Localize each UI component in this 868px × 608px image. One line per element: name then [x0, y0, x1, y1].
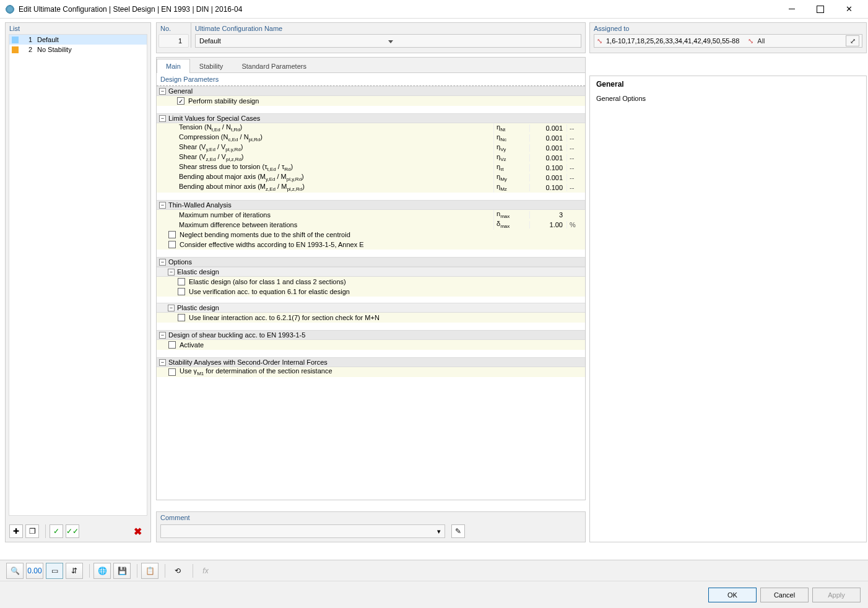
design-parameters-area: Design Parameters − General Perform stab…: [156, 73, 586, 500]
section-thin-walled[interactable]: − Thin-Walled Analysis: [157, 200, 585, 210]
limit-row[interactable]: Shear (Vy,Ed / Vpl,y,Rd)ηVy0.001--: [157, 143, 585, 153]
checkbox[interactable]: [168, 231, 176, 238]
color-swatch: [12, 46, 19, 53]
section-limit-values[interactable]: − Limit Values for Special Cases: [157, 113, 585, 123]
search-toolbar-button[interactable]: 🔍: [6, 563, 24, 579]
tab-main[interactable]: Main: [157, 59, 190, 73]
checkbox[interactable]: [178, 314, 185, 321]
perform-stability-checkbox[interactable]: [177, 97, 184, 105]
comment-panel: Comment ▾ ✎: [156, 511, 586, 542]
option-check-row[interactable]: Use linear interaction acc. to 6.2.1(7) …: [157, 313, 585, 323]
collapse-icon[interactable]: −: [159, 202, 166, 209]
thin-check-row[interactable]: Consider effective widths according to E…: [157, 240, 585, 250]
config-name-combo[interactable]: Default: [195, 34, 581, 48]
use-gamma-m1-checkbox[interactable]: [168, 368, 176, 376]
section-general[interactable]: − General: [157, 86, 585, 96]
dialog-footer: OK Cancel Apply: [0, 581, 868, 608]
assigned-to-field[interactable]: ⤡ 1,6-10,17,18,25,26,33,34,41,42,49,50,5…: [594, 34, 862, 48]
thin-row[interactable]: Maximum number of iterationsnmax3: [157, 210, 585, 220]
assigned-to-value: 1,6-10,17,18,25,26,33,34,41,42,49,50,55-…: [606, 37, 739, 45]
config-list[interactable]: 1Default2No Stability: [9, 34, 147, 516]
new-button[interactable]: ✚: [9, 524, 23, 538]
app-icon: [5, 4, 15, 14]
section-options-label: Options: [168, 258, 192, 266]
check-all-button[interactable]: ✓✓: [66, 524, 79, 538]
section-plastic-label: Plastic design: [177, 304, 219, 311]
maximize-button[interactable]: [806, 0, 835, 19]
config-name-label: Ultimate Configuration Name: [191, 23, 585, 34]
limit-row[interactable]: Compression (Nc,Ed / Npl,Rd)ηNc0.001--: [157, 133, 585, 143]
limit-row[interactable]: Bending about minor axis (Mz,Ed / Mpl,z,…: [157, 183, 585, 193]
section-second-order[interactable]: − Stability Analyses with Second-Order I…: [157, 357, 585, 367]
chevron-down-icon: ▾: [433, 528, 445, 536]
section-elastic-label: Elastic design: [177, 268, 219, 276]
globe-toolbar-button[interactable]: 🌐: [93, 563, 111, 579]
thin-check-row[interactable]: Neglect bending moments due to the shift…: [157, 230, 585, 240]
section-shear-buckling[interactable]: − Design of shear buckling acc. to EN 19…: [157, 330, 585, 340]
ok-button[interactable]: OK: [708, 588, 757, 602]
check-one-button[interactable]: ✓: [50, 524, 63, 538]
collapse-icon[interactable]: −: [159, 332, 166, 339]
collapse-icon[interactable]: −: [159, 359, 166, 366]
config-name-value: Default: [199, 37, 388, 45]
collapse-icon[interactable]: −: [159, 115, 166, 122]
delete-button[interactable]: ✖: [131, 524, 144, 538]
collapse-icon[interactable]: −: [168, 269, 175, 276]
limit-row[interactable]: Bending about major axis (My,Ed / Mpl,y,…: [157, 173, 585, 183]
collapse-icon[interactable]: −: [168, 305, 175, 311]
function-toolbar-button[interactable]: fx: [197, 563, 214, 579]
members-icon: ⤡: [748, 37, 753, 45]
list-item[interactable]: 1Default: [9, 35, 147, 45]
option-check-row[interactable]: Use verification acc. to equation 6.1 fo…: [157, 287, 585, 297]
section-elastic-design[interactable]: − Elastic design: [157, 267, 585, 277]
minimize-button[interactable]: [778, 0, 806, 19]
comment-combo[interactable]: ▾: [160, 524, 445, 538]
units-toolbar-button[interactable]: 0.00: [26, 563, 43, 579]
limit-row[interactable]: Shear stress due to torsion (τt,Ed / τRd…: [157, 163, 585, 173]
info-panel: General General Options: [589, 76, 867, 542]
apply-button[interactable]: Apply: [812, 588, 861, 602]
list-item[interactable]: 2No Stability: [9, 45, 147, 54]
view-toolbar-button[interactable]: ▭: [46, 563, 63, 579]
activate-shear-buckling-label: Activate: [178, 341, 493, 349]
section-limit-values-label: Limit Values for Special Cases: [168, 115, 260, 122]
section-plastic-design[interactable]: − Plastic design: [157, 303, 585, 313]
close-button[interactable]: [835, 0, 863, 19]
list-label: List: [6, 23, 150, 34]
checkbox[interactable]: [178, 288, 185, 295]
info-body: General Options: [590, 92, 866, 105]
save-toolbar-button[interactable]: 💾: [113, 563, 131, 579]
undo-toolbar-button[interactable]: ⟲: [169, 563, 186, 579]
no-label: No.: [157, 23, 191, 34]
color-swatch: [12, 37, 19, 43]
collapse-icon[interactable]: −: [159, 88, 166, 95]
section-thin-walled-label: Thin-Walled Analysis: [168, 201, 232, 209]
thin-row[interactable]: Maximum difference between iterationsδma…: [157, 220, 585, 230]
checkbox[interactable]: [168, 241, 176, 248]
chevron-down-icon: [388, 37, 577, 45]
cancel-button[interactable]: Cancel: [760, 588, 809, 602]
section-second-order-label: Stability Analyses with Second-Order Int…: [168, 358, 328, 366]
copy-button[interactable]: ❐: [25, 524, 39, 538]
option-check-row[interactable]: Elastic design (also for class 1 and cla…: [157, 277, 585, 287]
no-value: 1: [158, 34, 189, 48]
tab-stability[interactable]: Stability: [190, 59, 233, 73]
tab-standard-parameters[interactable]: Standard Parameters: [232, 59, 316, 73]
checkbox[interactable]: [178, 278, 185, 285]
comment-edit-button[interactable]: ✎: [451, 524, 465, 538]
pick-members-button[interactable]: ⤢: [846, 35, 859, 46]
members-icon: ⤡: [597, 37, 602, 45]
limit-row[interactable]: Shear (Vz,Ed / Vpl,z,Rd)ηVz0.001--: [157, 153, 585, 163]
clipboard-toolbar-button[interactable]: 📋: [141, 563, 158, 579]
center-panel: No. 1 Ultimate Configuration Name Defaul…: [156, 22, 586, 542]
tab-bar: MainStabilityStandard Parameters: [156, 57, 586, 73]
section-general-label: General: [168, 87, 193, 95]
limit-row[interactable]: Tension (Nt,Ed / Nt,Rd)ηNt0.001--: [157, 123, 585, 133]
perform-stability-label: Perform stability design: [187, 97, 493, 105]
collapse-icon[interactable]: −: [159, 259, 166, 266]
design-parameters-title: Design Parameters: [157, 73, 585, 86]
activate-shear-buckling-checkbox[interactable]: [168, 341, 176, 349]
tree-toolbar-button[interactable]: ⇵: [66, 563, 83, 579]
assigned-all-label: All: [757, 37, 765, 45]
section-options[interactable]: − Options: [157, 257, 585, 267]
